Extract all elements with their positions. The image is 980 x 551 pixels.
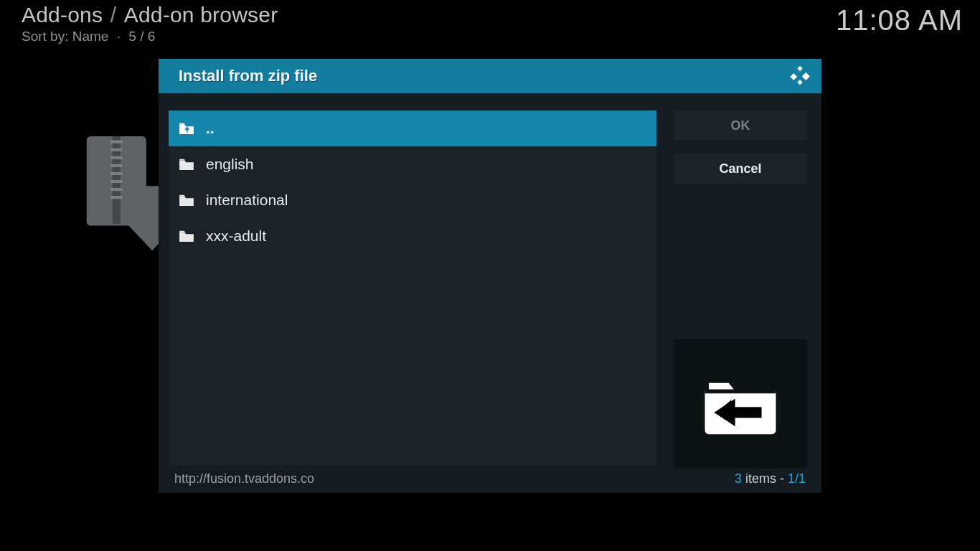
item-count-number: 3 (735, 471, 742, 486)
clock: 11:08 AM (836, 4, 963, 37)
svg-rect-5 (110, 164, 123, 167)
folder-back-icon (701, 368, 780, 440)
svg-rect-2 (110, 141, 123, 143)
breadcrumb-section: Add-on browser (124, 3, 278, 27)
cancel-button[interactable]: Cancel (674, 154, 807, 184)
dialog-title: Install from zip file (179, 67, 317, 85)
item-count: 3 items - 1/1 (735, 471, 806, 486)
svg-rect-8 (110, 188, 123, 191)
file-item-parent-dir[interactable]: .. (169, 110, 656, 146)
file-item-label: .. (206, 120, 215, 137)
dot-separator: · (113, 29, 125, 44)
item-count-word: items - (742, 471, 788, 486)
folder-icon (179, 158, 194, 171)
file-item-label: international (206, 192, 288, 209)
svg-rect-12 (797, 80, 802, 85)
preview-thumbnail (674, 339, 807, 468)
folder-up-icon (179, 122, 194, 135)
install-from-zip-dialog: Install from zip file .. (159, 59, 821, 493)
file-item-folder[interactable]: english (169, 146, 656, 182)
svg-rect-6 (110, 172, 123, 175)
sort-info: Sort by: Name · 5 / 6 (22, 29, 278, 44)
breadcrumb-separator: / (109, 3, 124, 27)
breadcrumb-section: Add-ons (22, 3, 103, 27)
svg-rect-3 (110, 149, 123, 151)
breadcrumb: Add-ons / Add-on browser (22, 3, 278, 27)
dialog-header: Install from zip file (159, 59, 821, 93)
file-item-folder[interactable]: international (169, 182, 656, 218)
file-item-label: xxx-adult (206, 227, 266, 245)
current-path: http://fusion.tvaddons.co (174, 471, 314, 486)
ok-button[interactable]: OK (674, 110, 807, 141)
svg-rect-9 (110, 196, 123, 199)
kodi-logo-icon (790, 66, 810, 86)
folder-icon (179, 194, 194, 207)
list-position: 5 / 6 (128, 29, 155, 44)
sort-label: Sort by: Name (22, 29, 108, 44)
svg-rect-17 (732, 408, 761, 418)
svg-rect-7 (110, 180, 123, 183)
svg-rect-11 (790, 73, 797, 80)
svg-rect-4 (110, 156, 123, 159)
page-indicator: 1/1 (788, 471, 806, 486)
file-item-label: english (206, 156, 254, 173)
svg-rect-13 (802, 72, 810, 80)
file-item-folder[interactable]: xxx-adult (169, 218, 656, 254)
folder-icon (179, 230, 194, 242)
svg-rect-10 (797, 66, 802, 71)
file-list[interactable]: .. english international (169, 110, 656, 465)
svg-rect-14 (705, 390, 776, 394)
